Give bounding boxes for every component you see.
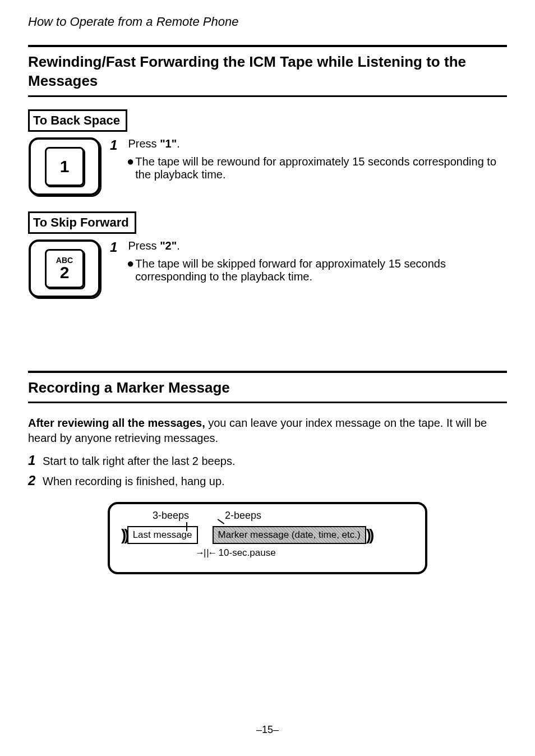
intro-paragraph: After reviewing all the messages, you ca… bbox=[28, 416, 507, 446]
text-bold: After reviewing all the messages, bbox=[28, 417, 205, 429]
keypad-key-1-illustration: 1 bbox=[28, 137, 101, 196]
text: 2-beeps bbox=[225, 510, 261, 521]
text: . bbox=[177, 137, 180, 150]
rule bbox=[28, 371, 507, 373]
key-digit: 2 bbox=[60, 264, 70, 281]
text: Press bbox=[128, 137, 160, 150]
bullet-icon: ● bbox=[127, 257, 134, 283]
rule bbox=[28, 95, 507, 97]
section-title-marker: Recording a Marker Message bbox=[28, 379, 507, 398]
key-reference: "2" bbox=[160, 239, 177, 252]
step-instruction: Press "2". bbox=[128, 239, 179, 252]
page-section-header: How to Operate from a Remote Phone bbox=[28, 15, 507, 29]
subheading-skip-forward: To Skip Forward bbox=[28, 211, 136, 234]
bullet-note: ● The tape will be rewound for approxima… bbox=[127, 155, 507, 181]
step-row: ABC 2 1 Press "2". ● The tape will be sk… bbox=[28, 239, 507, 298]
list-number: 2 bbox=[28, 471, 43, 491]
text: The tape will be rewound for approximate… bbox=[135, 155, 507, 181]
tape-reel-right-icon: )) bbox=[366, 530, 372, 540]
page-number: –15– bbox=[0, 724, 535, 736]
text: 3-beeps bbox=[153, 510, 189, 521]
bullet-icon: ● bbox=[127, 155, 134, 181]
rule bbox=[28, 402, 507, 403]
pause-arrow-icon: →| |← bbox=[195, 547, 216, 559]
text: The tape will be skipped forward for app… bbox=[135, 257, 507, 283]
bullet-note: ● The tape will be skipped forward for a… bbox=[127, 257, 507, 283]
label-2-beeps: 2-beeps bbox=[225, 510, 261, 522]
step-number: 1 bbox=[110, 239, 126, 255]
tape-diagram: 3-beeps 2-beeps )) Last message Marker m… bbox=[108, 502, 427, 574]
label-3-beeps: 3-beeps bbox=[153, 510, 189, 522]
pointer-line-icon bbox=[218, 519, 225, 525]
list-number: 1 bbox=[28, 450, 43, 471]
key-digit: 1 bbox=[60, 158, 70, 175]
text: Start to talk right after the last 2 bee… bbox=[43, 453, 236, 469]
subheading-back-space: To Back Space bbox=[28, 109, 127, 132]
step-number: 1 bbox=[110, 137, 126, 153]
section-title-rewind: Rewinding/Fast Forwarding the ICM Tape w… bbox=[28, 53, 507, 91]
marker-message-box: Marker message (date, time, etc.) bbox=[213, 526, 366, 544]
step-row: 1 1 Press "1". ● The tape will be rewoun… bbox=[28, 137, 507, 196]
step-instruction: Press "1". bbox=[128, 137, 179, 150]
text: . bbox=[177, 239, 180, 252]
key-reference: "1" bbox=[160, 137, 177, 150]
list-item: 1 Start to talk right after the last 2 b… bbox=[28, 450, 507, 471]
list-item: 2 When recording is finished, hang up. bbox=[28, 471, 507, 491]
pointer-line-icon bbox=[186, 522, 188, 531]
numbered-list: 1 Start to talk right after the last 2 b… bbox=[28, 450, 507, 491]
keypad-key-2-illustration: ABC 2 bbox=[28, 239, 101, 298]
text: When recording is finished, hang up. bbox=[43, 473, 225, 490]
tape-reel-left-icon: )) bbox=[121, 530, 127, 540]
rule bbox=[28, 45, 507, 47]
label-10-sec-pause: 10-sec.pause bbox=[219, 547, 276, 559]
text: Press bbox=[128, 239, 160, 252]
